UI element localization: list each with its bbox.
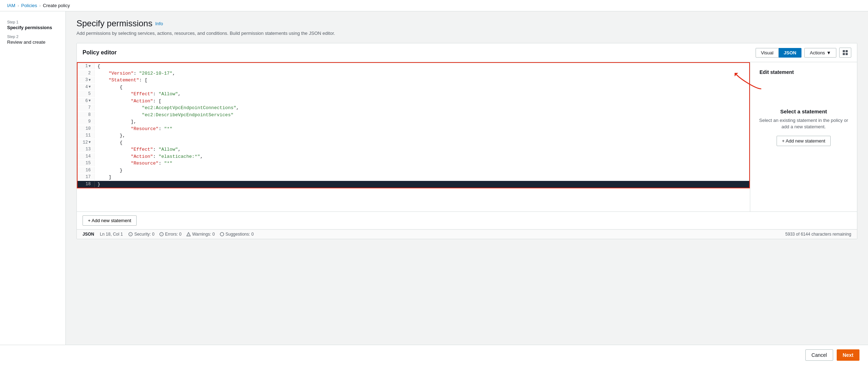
content-area: Specify permissions Info Add permissions… <box>66 11 868 363</box>
status-suggestions: Suggestions: 0 <box>220 232 254 237</box>
line-content-2: "Version": "2012-10-17", <box>95 70 178 77</box>
page-header: Specify permissions Info <box>76 18 857 28</box>
line-content-13: "Effect": "Allow", <box>95 146 184 153</box>
actions-button[interactable]: Actions ▼ <box>804 48 836 58</box>
line-num-17: 17 <box>78 174 95 180</box>
svg-text:!: ! <box>161 233 162 236</box>
code-line-14: 14 "Action": "elasticache:*", <box>78 153 749 160</box>
code-area[interactable]: 1▼ { 2 "Version": "2012-10-17", 3▼ "Stat… <box>77 62 750 211</box>
line-content-6: "Action": [ <box>95 98 164 105</box>
line-content-4: { <box>95 84 125 91</box>
grid-view-button[interactable] <box>839 48 851 58</box>
breadcrumb-current: Create policy <box>43 3 70 8</box>
code-editor[interactable]: 1▼ { 2 "Version": "2012-10-17", 3▼ "Stat… <box>77 62 750 188</box>
step-2-item: Step 2 Review and create <box>0 33 65 46</box>
line-content-7: "ec2:AcceptVpcEndpointConnections", <box>95 104 242 112</box>
status-errors: ! Errors: 0 <box>159 232 181 237</box>
line-num-1: 1▼ <box>78 63 95 69</box>
line-num-16: 16 <box>78 167 95 173</box>
line-num-4: 4▼ <box>78 84 95 90</box>
line-num-14: 14 <box>78 153 95 160</box>
tab-visual[interactable]: Visual <box>756 48 779 58</box>
select-statement-title: Select a statement <box>756 108 851 114</box>
status-lang: JSON <box>83 232 94 237</box>
line-num-3: 3▼ <box>78 77 95 83</box>
line-content-15: "Resource": "*" <box>95 160 175 167</box>
cancel-button[interactable]: Cancel <box>805 349 833 361</box>
line-content-18: } <box>95 181 103 188</box>
line-content-10: "Resource": "*" <box>95 125 175 133</box>
grid-icon <box>842 50 848 55</box>
editor-controls: Visual JSON Actions ▼ <box>756 48 851 58</box>
tab-group: Visual JSON <box>756 48 802 58</box>
line-content-16: } <box>95 167 125 174</box>
add-new-statement-panel-button[interactable]: + Add new statement <box>777 136 831 146</box>
next-button[interactable]: Next <box>837 349 859 361</box>
breadcrumb-policies[interactable]: Policies <box>21 3 37 8</box>
code-line-3: 3▼ "Statement": [ <box>78 77 749 84</box>
code-line-13: 13 "Effect": "Allow", <box>78 146 749 153</box>
editor-header: Policy editor Visual JSON Actions ▼ <box>77 43 857 62</box>
line-content-14: "Action": "elasticache:*", <box>95 153 206 160</box>
line-content-8: "ec2:DescribeVpcEndpointServices" <box>95 112 236 119</box>
warning-icon: ! <box>186 232 191 236</box>
main-layout: Step 1 Specify permissions Step 2 Review… <box>0 11 868 363</box>
editor-title: Policy editor <box>83 49 117 56</box>
status-icons: i Security: 0 ! Errors: 0 ! Warnings: 0 <box>128 232 254 237</box>
right-panel: Edit statement Select a statement <box>750 62 857 211</box>
line-num-7: 7 <box>78 104 95 111</box>
editor-footer: + Add new statement <box>77 211 857 229</box>
code-line-2: 2 "Version": "2012-10-17", <box>78 70 749 77</box>
line-content-1: { <box>95 63 103 70</box>
step-1-name: Specify permissions <box>7 25 58 30</box>
step-1-item: Step 1 Specify permissions <box>0 18 65 32</box>
code-line-12: 12▼ { <box>78 139 749 146</box>
code-line-8: 8 "ec2:DescribeVpcEndpointServices" <box>78 112 749 119</box>
editor-card: Policy editor Visual JSON Actions ▼ <box>76 43 857 239</box>
chars-remaining: 5933 of 6144 characters remaining <box>785 232 851 237</box>
error-icon: ! <box>159 232 164 236</box>
status-security: i Security: 0 <box>128 232 154 237</box>
line-content-5: "Effect": "Allow", <box>95 91 184 98</box>
line-num-13: 13 <box>78 146 95 152</box>
line-num-15: 15 <box>78 160 95 166</box>
code-line-11: 11 }, <box>78 132 749 139</box>
svg-rect-0 <box>843 50 845 52</box>
arrow-annotation: Edit statement <box>756 69 851 91</box>
step-2-label: Step 2 <box>7 34 58 39</box>
code-line-18: 18 } <box>78 181 749 188</box>
code-line-1: 1▼ { <box>78 63 749 70</box>
tab-json[interactable]: JSON <box>779 48 801 58</box>
line-content-11: }, <box>95 132 128 139</box>
select-statement-box: Select a statement Select an existing st… <box>756 108 851 146</box>
sidebar: Step 1 Specify permissions Step 2 Review… <box>0 11 66 363</box>
breadcrumb: IAM › Policies › Create policy <box>0 0 868 11</box>
svg-text:!: ! <box>188 234 189 236</box>
code-line-10: 10 "Resource": "*" <box>78 125 749 133</box>
line-num-8: 8 <box>78 112 95 118</box>
line-num-10: 10 <box>78 125 95 132</box>
svg-rect-1 <box>846 50 848 52</box>
step-1-label: Step 1 <box>7 20 58 24</box>
line-num-18: 18 <box>78 181 95 187</box>
info-link[interactable]: Info <box>155 21 163 26</box>
code-line-6: 6▼ "Action": [ <box>78 98 749 105</box>
svg-rect-3 <box>846 53 848 55</box>
editor-body: 1▼ { 2 "Version": "2012-10-17", 3▼ "Stat… <box>77 62 857 211</box>
line-content-17: ] <box>95 174 114 181</box>
security-icon: i <box>128 232 133 236</box>
svg-text:i: i <box>131 233 131 236</box>
status-left: JSON Ln 18, Col 1 i Security: 0 ! Errors… <box>83 232 254 237</box>
edit-statement-heading: Edit statement <box>760 69 794 75</box>
svg-rect-2 <box>843 53 845 55</box>
status-warnings: ! Warnings: 0 <box>186 232 215 237</box>
code-line-17: 17 ] <box>78 174 749 181</box>
line-num-2: 2 <box>78 70 95 76</box>
status-position: Ln 18, Col 1 <box>100 232 123 237</box>
status-bar: JSON Ln 18, Col 1 i Security: 0 ! Errors… <box>77 229 857 239</box>
page-title: Specify permissions <box>76 18 152 28</box>
breadcrumb-sep-2: › <box>39 3 41 8</box>
code-line-5: 5 "Effect": "Allow", <box>78 91 749 98</box>
breadcrumb-iam[interactable]: IAM <box>7 3 15 8</box>
add-statement-footer-button[interactable]: + Add new statement <box>83 215 137 226</box>
